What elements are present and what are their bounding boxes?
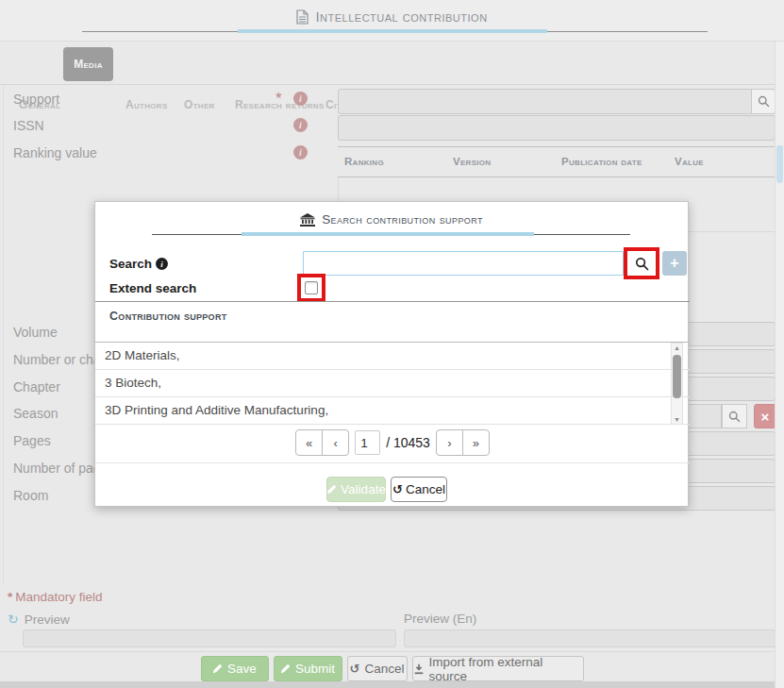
pencil-icon	[212, 663, 223, 674]
season-label: Season	[13, 406, 58, 421]
footer-button-row: Save Submit ↺ Cancel Import from externa…	[0, 656, 784, 681]
pencil-icon	[280, 663, 291, 674]
col-publication-date: Publication date	[561, 156, 642, 167]
list-item[interactable]: 3 Biotech,	[95, 370, 690, 397]
download-icon	[413, 663, 425, 675]
required-asterisk: *	[275, 91, 282, 107]
tab-authors[interactable]: Authors	[125, 98, 168, 111]
tab-bar: General Media Authors Other Research ret…	[0, 42, 784, 85]
preview-label-wrap: ↻Preview	[8, 612, 70, 627]
search-contribution-support-dialog: Search contribution support Search i + E…	[94, 201, 689, 507]
ranking-table-header: Ranking Version Publication date Value	[338, 146, 776, 177]
search-icon	[758, 95, 770, 108]
dialog-footer-divider	[95, 462, 690, 463]
support-label: Support	[13, 92, 59, 107]
pagination: « ‹ / 10453 › »	[95, 429, 690, 456]
bottom-strip	[0, 681, 784, 688]
support-info-icon[interactable]: i	[293, 92, 308, 106]
search-info-icon[interactable]: i	[156, 258, 168, 270]
submit-button[interactable]: Submit	[274, 656, 342, 681]
annotation-extend-checkbox	[297, 274, 325, 302]
document-icon	[296, 9, 309, 25]
annotation-search-button	[624, 247, 659, 279]
list-scrollbar[interactable]: ▲ ▼	[671, 343, 683, 425]
undo-icon: ↺	[392, 482, 403, 496]
list-item[interactable]: 2D Materials,	[95, 343, 690, 370]
issn-info-icon[interactable]: i	[293, 118, 308, 132]
search-icon	[728, 411, 741, 423]
scroll-down-icon[interactable]: ▼	[672, 416, 682, 423]
support-input[interactable]	[338, 89, 753, 114]
mandatory-field-note: *Mandatory field	[8, 590, 103, 604]
support-search-button[interactable]	[751, 89, 776, 114]
import-external-source-button[interactable]: Import from external source	[412, 656, 584, 681]
pager-group-prev: « ‹	[295, 429, 349, 456]
validate-button[interactable]: Validate	[326, 477, 386, 502]
page-title: Intellectual contribution	[315, 8, 487, 25]
dialog-title: Search contribution support	[322, 212, 483, 227]
ranking-info-icon[interactable]: i	[293, 145, 308, 159]
first-page-button[interactable]: «	[295, 429, 323, 456]
prev-page-button[interactable]: ‹	[322, 429, 349, 456]
col-ranking: Ranking	[344, 156, 384, 167]
page-title-wrap: Intellectual contribution	[0, 8, 784, 25]
next-page-button[interactable]: ›	[436, 429, 463, 456]
chapter-label: Chapter	[13, 379, 60, 394]
col-version: Version	[453, 156, 491, 167]
search-label: Search	[109, 257, 152, 271]
plus-icon: +	[670, 255, 678, 272]
cancel-button[interactable]: ↺ Cancel	[347, 656, 408, 681]
extend-search-checkbox[interactable]	[305, 281, 318, 294]
preview-input	[23, 629, 396, 647]
search-input[interactable]	[303, 251, 624, 276]
contribution-support-list: 2D Materials, 3 Biotech, 3D Printing and…	[95, 343, 690, 425]
dialog-accent-underline	[242, 232, 534, 236]
save-button[interactable]: Save	[201, 656, 269, 681]
page-scrollbar[interactable]	[775, 42, 784, 688]
tab-other[interactable]: Other	[184, 98, 215, 111]
page-number-input[interactable]	[355, 430, 380, 455]
scrollbar-thumb[interactable]	[776, 145, 783, 183]
last-page-button[interactable]: »	[462, 429, 490, 456]
search-submit-button[interactable]	[635, 257, 649, 271]
add-support-button[interactable]: +	[662, 251, 687, 276]
refresh-icon[interactable]: ↻	[8, 612, 19, 627]
list-scrollbar-thumb[interactable]	[673, 355, 681, 398]
page-total: / 10453	[386, 435, 430, 450]
dialog-cancel-button[interactable]: ↺ Cancel	[391, 477, 447, 502]
season-clear-button[interactable]: ×	[754, 404, 776, 428]
col-value: Value	[675, 156, 704, 167]
pager-group-next: › »	[436, 429, 490, 456]
content-border	[3, 85, 4, 585]
tab-media[interactable]: Media	[63, 47, 113, 81]
room-label: Room	[13, 488, 48, 503]
dialog-title-wrap: Search contribution support	[95, 212, 688, 227]
preview-label: Preview	[25, 612, 70, 627]
preview-en-input	[404, 629, 776, 647]
pencil-icon	[326, 484, 337, 495]
preview-en-label: Preview (En)	[404, 612, 476, 626]
asterisk-icon: *	[8, 590, 12, 604]
list-item[interactable]: 3D Printing and Additive Manufacturing,	[95, 397, 690, 425]
intellectual-contribution-window: Intellectual contribution General Media …	[0, 0, 784, 688]
bank-icon	[300, 213, 315, 227]
pages-label: Pages	[13, 433, 51, 448]
undo-icon: ↺	[350, 662, 360, 676]
footer-divider	[0, 651, 784, 652]
volume-label: Volume	[13, 325, 58, 340]
header-accent-underline	[238, 29, 547, 33]
dialog-section-divider	[95, 301, 690, 302]
extend-search-label: Extend search	[109, 281, 196, 295]
season-search-button[interactable]	[722, 404, 747, 428]
app-header: Intellectual contribution	[0, 0, 784, 42]
scroll-up-icon[interactable]: ▲	[672, 344, 682, 351]
close-icon: ×	[761, 409, 770, 425]
issn-label: ISSN	[13, 118, 44, 133]
ranking-value-label: Ranking value	[13, 145, 97, 160]
issn-input[interactable]	[338, 115, 776, 141]
contribution-support-list-header: Contribution support	[109, 310, 227, 323]
